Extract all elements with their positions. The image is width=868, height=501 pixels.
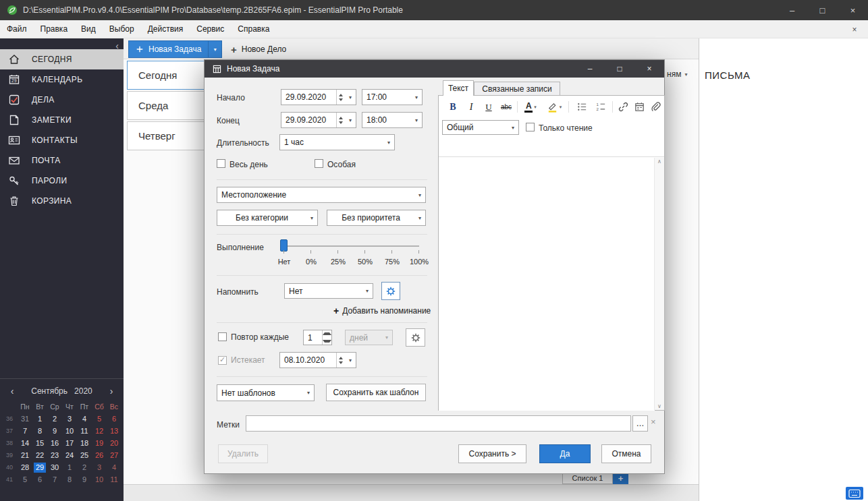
save-button[interactable]: Сохранить >: [458, 444, 526, 463]
strikethrough-button[interactable]: abc: [497, 98, 515, 115]
calendar-day[interactable]: 6: [108, 414, 120, 424]
window-maximize-button[interactable]: □: [807, 0, 838, 20]
sidebar-item-contacts[interactable]: КОНТАКТЫ: [0, 130, 124, 150]
calendar-day[interactable]: 7: [49, 475, 61, 485]
sidebar-item-calendar[interactable]: 29 КАЛЕНДАРЬ: [0, 69, 124, 90]
calendar-day[interactable]: 3: [93, 463, 105, 473]
menu-help[interactable]: Справка: [231, 20, 276, 38]
calendar-day[interactable]: 7: [19, 426, 31, 436]
calendar-day[interactable]: 21: [19, 450, 31, 461]
menubar-close-icon[interactable]: ×: [846, 20, 863, 38]
special-checkbox[interactable]: [315, 159, 323, 168]
calendar-day[interactable]: 2: [78, 463, 90, 473]
calendar-day-selected[interactable]: 29: [34, 463, 46, 473]
calendar-day[interactable]: 10: [63, 426, 76, 436]
calendar-day[interactable]: 5: [19, 475, 31, 485]
tab-text[interactable]: Текст: [443, 80, 474, 96]
window-close-button[interactable]: ×: [838, 0, 868, 20]
calendar-day[interactable]: 4: [78, 414, 90, 424]
calendar-day[interactable]: 17: [63, 438, 76, 448]
sidebar-collapse-icon[interactable]: ‹: [115, 40, 119, 51]
calendar-day[interactable]: 31: [19, 414, 31, 424]
calendar-day[interactable]: 4: [108, 463, 120, 473]
reminder-select[interactable]: Нет ▾: [284, 283, 373, 299]
calendar-day[interactable]: 8: [63, 475, 76, 485]
start-date-input[interactable]: 29.09.2020 ▾: [281, 89, 356, 105]
numbered-list-button[interactable]: 12: [592, 98, 609, 115]
calendar-day[interactable]: 23: [49, 450, 61, 461]
menu-actions[interactable]: Действия: [141, 20, 190, 38]
slider-track[interactable]: [281, 245, 419, 247]
calendar-day[interactable]: 8: [34, 426, 46, 436]
calendar-next-icon[interactable]: ›: [107, 386, 115, 396]
clear-icon[interactable]: ×: [651, 417, 656, 427]
sidebar-item-passwords[interactable]: ПАРОЛИ: [0, 171, 124, 191]
yes-button[interactable]: Да: [539, 444, 591, 463]
chevron-down-icon[interactable]: ▾: [345, 113, 356, 127]
tags-input[interactable]: [246, 415, 631, 432]
calendar-day[interactable]: 15: [34, 438, 46, 448]
start-time-select[interactable]: 17:00 ▾: [362, 89, 423, 105]
all-day-checkbox[interactable]: [217, 159, 225, 168]
reminder-settings-button[interactable]: [381, 282, 400, 300]
dialog-maximize-button[interactable]: □: [605, 60, 634, 78]
expires-checkbox[interactable]: [218, 356, 227, 365]
calendar-day[interactable]: 11: [78, 426, 90, 436]
editor-scrollbar[interactable]: ∧ ∨: [654, 158, 664, 410]
calendar-day[interactable]: 14: [19, 438, 31, 448]
calendar-day[interactable]: 1: [34, 414, 46, 424]
sidebar-item-trash[interactable]: КОРЗИНА: [0, 191, 124, 211]
new-item-button[interactable]: + Новое Дело: [224, 40, 293, 58]
calendar-day[interactable]: 6: [34, 475, 46, 485]
bold-button[interactable]: B: [444, 98, 462, 115]
template-select[interactable]: Нет шаблонов ▾: [217, 384, 315, 401]
tab-related-records[interactable]: Связанные записи: [474, 82, 560, 95]
add-reminder-link[interactable]: + Добавить напоминание: [333, 305, 431, 316]
calendar-day[interactable]: 20: [108, 438, 120, 448]
end-date-input[interactable]: 29.09.2020 ▾: [281, 112, 356, 128]
calendar-day[interactable]: 19: [93, 438, 105, 448]
duration-select[interactable]: 1 час ▾: [279, 134, 395, 150]
menu-view[interactable]: Вид: [74, 20, 103, 38]
calendar-day[interactable]: 25: [78, 450, 90, 461]
priority-select[interactable]: Без приоритета ▾: [327, 210, 426, 226]
menu-select[interactable]: Выбор: [103, 20, 141, 38]
date-spinner[interactable]: [336, 113, 345, 127]
new-task-button[interactable]: Новая Задача ▾: [128, 40, 222, 58]
save-template-button[interactable]: Сохранить как шаблон: [326, 384, 426, 401]
delete-button[interactable]: Удалить: [218, 444, 268, 463]
readonly-checkbox[interactable]: [526, 123, 535, 131]
chevron-down-icon[interactable]: ▾: [345, 353, 356, 367]
calendar-day[interactable]: 2: [49, 414, 61, 424]
menu-tools[interactable]: Сервис: [190, 20, 231, 38]
calendar-day[interactable]: 9: [49, 426, 61, 436]
repeat-checkbox[interactable]: [218, 332, 227, 341]
repeat-count-stepper[interactable]: 1: [303, 330, 332, 345]
calendar-day[interactable]: 9: [78, 475, 90, 485]
insert-link-button[interactable]: [616, 98, 630, 115]
menu-file[interactable]: Файл: [0, 20, 34, 38]
highlight-button[interactable]: ▾: [543, 98, 565, 115]
calendar-day[interactable]: 12: [93, 426, 105, 436]
location-select[interactable]: Местоположение ▾: [217, 187, 426, 203]
paragraph-style-select[interactable]: Общий ▾: [442, 120, 519, 135]
underline-button[interactable]: U: [480, 98, 497, 115]
calendar-day[interactable]: 1: [63, 463, 76, 473]
group-by-select[interactable]: ням ▾: [667, 69, 687, 79]
window-minimize-button[interactable]: –: [777, 0, 807, 20]
chevron-down-icon[interactable]: ▾: [560, 105, 562, 110]
new-task-dropdown-icon[interactable]: ▾: [208, 41, 221, 57]
calendar-day[interactable]: 22: [34, 450, 46, 461]
input-indicator-icon[interactable]: [846, 487, 863, 500]
new-task-main[interactable]: Новая Задача: [129, 41, 208, 57]
calendar-day[interactable]: 27: [108, 450, 120, 461]
date-spinner[interactable]: [336, 90, 345, 105]
calendar-day[interactable]: 3: [63, 414, 76, 424]
calendar-day[interactable]: 26: [93, 450, 105, 461]
chevron-down-icon[interactable]: ▾: [345, 90, 356, 105]
editor-text-area[interactable]: [439, 158, 655, 411]
sidebar-item-notes[interactable]: ЗАМЕТКИ: [0, 110, 124, 130]
tags-browse-button[interactable]: …: [632, 415, 648, 432]
calendar-day[interactable]: 28: [19, 463, 31, 473]
calendar-day[interactable]: 10: [93, 475, 105, 485]
